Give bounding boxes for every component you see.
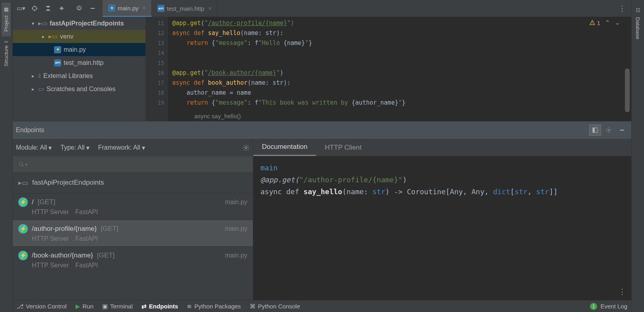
next-highlight-icon[interactable]: ⌄: [615, 19, 620, 26]
keyword: def: [194, 29, 208, 37]
event-log-label: Event Log: [600, 303, 627, 310]
code-text: (name: str):: [248, 79, 291, 86]
folder-icon: ▸▭: [38, 20, 47, 27]
tool-terminal[interactable]: ▣ Terminal: [102, 303, 133, 310]
branch-icon: ⎇: [17, 303, 23, 310]
tree-venv[interactable]: ▸ ▸▭ venv: [13, 30, 145, 43]
split-view-icon[interactable]: [589, 125, 601, 136]
warning-badge[interactable]: 1: [589, 20, 600, 26]
endpoints-group[interactable]: ▸▭ fastApiProjectEndpoints: [13, 172, 253, 193]
line-number: 12: [146, 28, 164, 38]
doc-text: [: [510, 187, 515, 196]
database-tool-tab[interactable]: ☷ Database: [633, 2, 642, 44]
endpoints-detail-panel: Documentation HTTP Client main @app.get(…: [253, 139, 631, 300]
endpoint-framework: FastAPI: [76, 262, 98, 269]
warning-count: 1: [597, 20, 600, 26]
line-number: 14: [146, 48, 164, 58]
endpoint-framework: FastAPI: [76, 209, 98, 215]
gear-icon[interactable]: [242, 144, 250, 151]
tool-python-packages[interactable]: ≋ Python Packages: [187, 303, 241, 310]
filter-module[interactable]: Module: All▾: [16, 144, 52, 152]
gear-icon[interactable]: [75, 4, 83, 13]
scrollbar-thumb[interactable]: [625, 68, 630, 112]
tree-main-py[interactable]: ✦ main.py: [13, 43, 145, 56]
endpoint-path: /author-profile/{name}: [32, 225, 97, 233]
collapse-all-icon[interactable]: [57, 4, 66, 13]
doc-type: str: [514, 187, 528, 196]
minimize-icon[interactable]: [88, 4, 97, 13]
chevron-right-icon: ▸: [30, 86, 36, 92]
endpoint-icon: ⚡: [18, 251, 28, 260]
scratches-icon: ▭: [38, 85, 44, 93]
svg-point-12: [19, 162, 23, 166]
tool-python-console[interactable]: ⌘ Python Console: [250, 303, 300, 310]
route-link[interactable]: /author-profile/{name}: [208, 20, 287, 27]
tab-test-main-http[interactable]: API test_main.http ×: [152, 0, 217, 17]
line-number: 16: [146, 68, 164, 78]
line-number: 17: [146, 78, 164, 88]
code-area[interactable]: @app.get("/author-profile/{name}") async…: [168, 17, 631, 121]
tree-root[interactable]: ▾ ▸▭ fastApiProjectEndpoints: [13, 17, 145, 30]
endpoint-server: HTTP Server: [32, 235, 69, 242]
filter-type-label: Type: All: [60, 144, 84, 151]
structure-tool-tab[interactable]: Structure ⦀: [2, 36, 11, 71]
tree-external-libraries[interactable]: ▸ ⦀ External Libraries: [13, 69, 145, 82]
endpoint-path: /: [32, 198, 34, 206]
left-rail: Project ▦ Structure ⦀: [0, 0, 13, 312]
doc-function: say_hello: [303, 187, 342, 196]
http-file-icon: API: [54, 59, 61, 66]
tool-endpoints[interactable]: ⇄ Endpoints: [142, 303, 178, 310]
endpoint-item[interactable]: ⚡ / [GET] main.py HTTP Server FastAPI: [13, 193, 253, 220]
expand-all-icon[interactable]: [44, 4, 52, 13]
tool-run[interactable]: ▶ Run: [76, 303, 94, 310]
code-text: (name: str):: [241, 29, 283, 37]
endpoint-file: main.py: [225, 252, 247, 259]
endpoint-item[interactable]: ⚡ /author-profile/{name} [GET] main.py H…: [13, 220, 253, 246]
minimize-icon[interactable]: [616, 125, 628, 136]
tab-label: main.py: [118, 5, 139, 12]
endpoints-title: Endpoints: [16, 127, 44, 134]
endpoint-icon: ⚡: [18, 197, 28, 207]
tab-doc-label: Documentation: [262, 143, 307, 151]
locate-icon[interactable]: [30, 4, 39, 13]
tab-label: test_main.http: [167, 5, 204, 12]
close-icon[interactable]: ×: [208, 5, 211, 12]
tree-test-http[interactable]: API test_main.http: [13, 56, 145, 69]
chevron-down-icon: ▾: [30, 21, 36, 26]
tree-scratches[interactable]: ▸ ▭ Scratches and Consoles: [13, 82, 145, 96]
filter-framework[interactable]: Framework: All▾: [98, 144, 145, 152]
route-link[interactable]: /book-author/{name}: [208, 69, 276, 76]
project-view-selector[interactable]: ▭▾: [17, 4, 25, 13]
doc-module-link[interactable]: main: [260, 164, 277, 172]
more-icon[interactable]: ⋮: [613, 4, 631, 13]
endpoints-search[interactable]: ▾: [13, 156, 253, 172]
terminal-label: Terminal: [110, 303, 133, 310]
more-icon[interactable]: ⋮: [619, 287, 626, 296]
breadcrumb[interactable]: async say_hello(): [194, 111, 241, 121]
chevron-down-icon: ▾: [142, 144, 145, 152]
tab-documentation[interactable]: Documentation: [253, 139, 316, 156]
endpoint-file: main.py: [225, 225, 247, 232]
project-tool-tab[interactable]: Project ▦: [2, 2, 11, 36]
filter-framework-label: Framework: All: [98, 144, 140, 151]
endpoints-detail-tabs: Documentation HTTP Client: [253, 139, 631, 156]
prev-highlight-icon[interactable]: ⌃: [605, 19, 610, 26]
editor-gutter: 11 12 13 14 15 16 17 18 19: [146, 17, 168, 121]
tool-event-log[interactable]: Event Log: [600, 303, 627, 310]
svg-point-9: [608, 129, 609, 131]
tab-main-py[interactable]: ✦ main.py ×: [103, 0, 152, 17]
code-text: ": [204, 20, 208, 27]
close-icon[interactable]: ×: [143, 5, 146, 11]
doc-text: ) -> Coroutine[Any, Any,: [385, 187, 493, 196]
decorator: @app.get: [172, 20, 201, 27]
tree-ext-label: External Libraries: [43, 72, 93, 80]
endpoint-item[interactable]: ⚡ /book-author/{name} [GET] main.py HTTP…: [13, 246, 253, 273]
code-editor[interactable]: 11 12 13 14 15 16 17 18 19 @app.get("/au…: [146, 17, 631, 121]
project-tree: ▾ ▸▭ fastApiProjectEndpoints ▸ ▸▭ venv ✦…: [13, 17, 146, 121]
tool-version-control[interactable]: ⎇ Version Control: [17, 303, 67, 310]
keyword: return: [186, 39, 211, 47]
gear-icon[interactable]: [603, 125, 615, 136]
function-name: book_author: [208, 79, 247, 86]
tab-http-client[interactable]: HTTP Client: [316, 139, 370, 156]
filter-type[interactable]: Type: All▾: [60, 144, 89, 152]
